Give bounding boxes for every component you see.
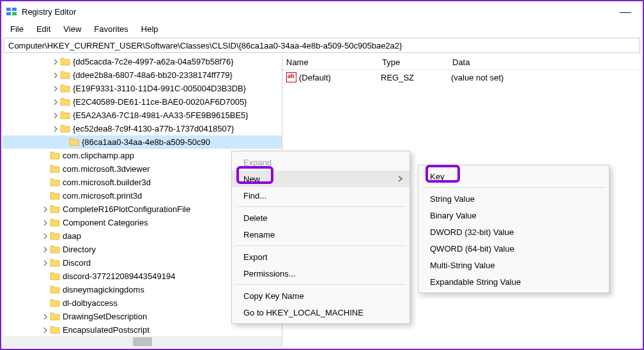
tree-item[interactable]: {86ca1aa0-34aa-4e8b-a509-50c90 [3, 135, 282, 149]
tree-item-label: Directory [63, 245, 96, 254]
col-type[interactable]: Type [382, 57, 452, 67]
tree-item-label: dl-dolbyaccess [63, 298, 118, 308]
tree-item-label: disneymagickingdoms [63, 285, 144, 294]
chevron-right-icon[interactable] [51, 112, 60, 119]
menu-file[interactable]: File [4, 23, 30, 35]
tree-item-label: DrawingSetDescription [63, 312, 147, 321]
chevron-right-icon[interactable] [51, 72, 60, 79]
ctx-export[interactable]: Export [232, 248, 410, 265]
ctx-find[interactable]: Find... [232, 187, 410, 204]
chevron-right-icon[interactable] [51, 126, 60, 132]
menu-edit[interactable]: Edit [30, 23, 57, 35]
folder-icon [60, 97, 70, 107]
chevron-right-icon[interactable] [51, 86, 60, 92]
tree-item[interactable]: {E2C40589-DE61-11ce-BAE0-0020AF6D7005} [3, 95, 282, 109]
col-data[interactable]: Data [452, 57, 641, 67]
folder-icon [50, 218, 60, 228]
ctx-goto-hklm[interactable]: Go to HKEY_LOCAL_MACHINE [232, 304, 410, 321]
title-bar: Registry Editor — [1, 1, 643, 22]
value-row[interactable]: (Default) REG_SZ (value not set) [282, 70, 641, 84]
folder-icon [50, 312, 60, 322]
svg-rect-3 [12, 12, 17, 15]
tree-item-label: com.microsoft.3dviewer [63, 164, 150, 174]
string-value-icon [286, 72, 296, 82]
folder-icon [50, 191, 60, 201]
window-title: Registry Editor [22, 7, 76, 17]
svg-rect-2 [6, 12, 11, 15]
submenu-new: Key String Value Binary Value DWORD (32-… [418, 165, 610, 293]
tree-item-label: Component Categories [63, 218, 148, 227]
chevron-right-icon[interactable] [51, 99, 60, 105]
tree-item-label: Discord [63, 258, 91, 268]
value-data: (value not set) [451, 73, 503, 82]
folder-icon [50, 178, 60, 188]
folder-icon [50, 151, 60, 161]
tree-item[interactable]: {dd5cacda-7c2e-4997-a62a-04a597b58f76} [3, 55, 282, 68]
folder-icon [50, 204, 60, 215]
folder-icon [50, 231, 60, 241]
ctx-rename[interactable]: Rename [232, 226, 410, 243]
tree-item-label: discord-377212089443549194 [63, 271, 175, 281]
folder-icon [60, 84, 70, 94]
ctx-permissions[interactable]: Permissions... [232, 265, 410, 282]
horizontal-scrollbar[interactable] [3, 336, 282, 347]
col-name[interactable]: Name [286, 57, 382, 67]
folder-icon [60, 57, 70, 67]
folder-icon [50, 245, 60, 255]
chevron-right-icon [398, 174, 403, 184]
menu-view[interactable]: View [57, 23, 88, 35]
folder-icon [50, 298, 60, 308]
folder-icon [69, 137, 79, 148]
tree-item-label: CompleteR16PlotConfigurationFile [63, 204, 190, 214]
chevron-right-icon[interactable] [51, 59, 60, 65]
tree-item-label: com.microsoft.print3d [63, 191, 142, 201]
tree-item[interactable]: {E19F9331-3110-11D4-991C-005004D3B3DB} [3, 82, 282, 95]
tree-item-label: com.clipchamp.app [63, 151, 134, 160]
chevron-right-icon[interactable] [41, 247, 50, 253]
new-binary-value[interactable]: Binary Value [418, 207, 609, 224]
ctx-delete[interactable]: Delete [232, 209, 410, 226]
new-multi-string-value[interactable]: Multi-String Value [418, 257, 609, 273]
tree-item[interactable]: {ec52dea8-7c9f-4130-a77b-1737d0418507} [3, 122, 282, 135]
address-text: Computer\HKEY_CURRENT_USER\Software\Clas… [8, 41, 402, 50]
tree-item-label: {ec52dea8-7c9f-4130-a77b-1737d0418507} [73, 124, 234, 133]
folder-icon [60, 70, 70, 80]
folder-icon [50, 285, 60, 295]
chevron-right-icon[interactable] [41, 314, 50, 320]
value-type: REG_SZ [381, 73, 451, 82]
folder-icon [60, 124, 70, 134]
value-name: (Default) [299, 73, 381, 82]
menu-bar: File Edit View Favorites Help [1, 22, 643, 36]
chevron-right-icon[interactable] [41, 233, 50, 240]
chevron-right-icon[interactable] [41, 220, 50, 226]
tree-item[interactable]: {E5A2A3A6-7C18-4981-AA33-5FE9B9615BE5} [3, 109, 282, 122]
menu-favorites[interactable]: Favorites [88, 23, 134, 35]
menu-help[interactable]: Help [135, 23, 165, 35]
folder-icon [60, 110, 70, 121]
ctx-expand: Expand [232, 154, 410, 171]
column-headers[interactable]: Name Type Data [282, 55, 641, 70]
chevron-right-icon[interactable] [41, 260, 50, 266]
tree-item-label: {E2C40589-DE61-11ce-BAE0-0020AF6D7005} [73, 97, 247, 107]
tree-item[interactable]: {ddee2b8a-6807-48a6-bb20-2338174ff779} [3, 68, 282, 82]
ctx-copy-key-name[interactable]: Copy Key Name [232, 287, 410, 304]
new-expandable-string-value[interactable]: Expandable String Value [418, 273, 609, 290]
chevron-right-icon[interactable] [41, 327, 50, 333]
folder-icon [50, 271, 60, 282]
new-dword-value[interactable]: DWORD (32-bit) Value [418, 224, 609, 240]
tree-item-label: {E19F9331-3110-11D4-991C-005004D3B3DB} [73, 84, 246, 93]
regedit-icon [6, 6, 17, 17]
folder-icon [50, 258, 60, 268]
minimize-button[interactable]: — [613, 5, 638, 19]
tree-item-label: {E5A2A3A6-7C18-4981-AA33-5FE9B9615BE5} [73, 110, 249, 120]
new-qword-value[interactable]: QWORD (64-bit) Value [418, 240, 609, 257]
new-key[interactable]: Key [418, 168, 609, 185]
chevron-right-icon[interactable] [41, 206, 50, 213]
ctx-new[interactable]: New [232, 171, 410, 187]
tree-item-label: com.microsoft.builder3d [63, 178, 151, 187]
address-bar[interactable]: Computer\HKEY_CURRENT_USER\Software\Clas… [4, 38, 640, 53]
tree-item-label: {dd5cacda-7c2e-4997-a62a-04a597b58f76} [73, 57, 234, 66]
tree-item[interactable]: EncapsulatedPostscript [3, 323, 282, 337]
tree-item-label: {ddee2b8a-6807-48a6-bb20-2338174ff779} [73, 70, 233, 80]
new-string-value[interactable]: String Value [418, 190, 609, 207]
